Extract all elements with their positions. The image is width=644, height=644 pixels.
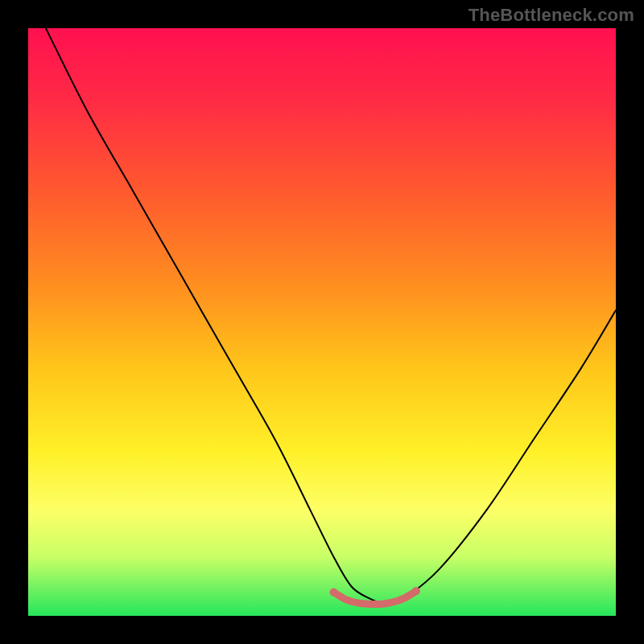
range-dot-right	[412, 587, 420, 595]
range-dot-left	[330, 588, 338, 597]
plot-area	[28, 28, 616, 616]
chart-frame: TheBottleneck.com	[0, 0, 644, 644]
watermark-text: TheBottleneck.com	[469, 5, 634, 26]
curve-layer	[28, 28, 616, 616]
main-curve	[46, 28, 616, 604]
tolerance-band	[334, 591, 416, 604]
